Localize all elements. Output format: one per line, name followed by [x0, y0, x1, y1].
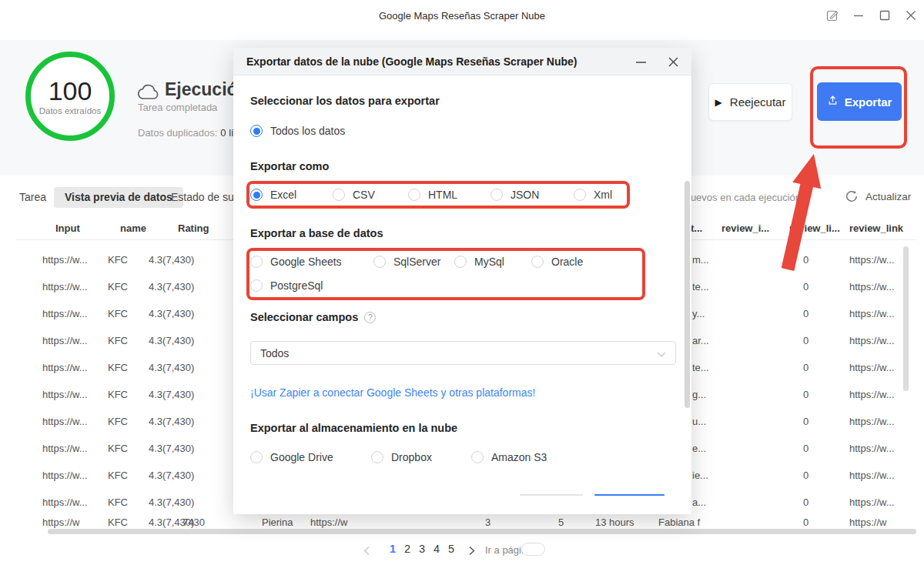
- confirm-button-clipped[interactable]: [594, 494, 665, 496]
- table-cell-reviewer: a...: [692, 489, 706, 516]
- table-row-clipped: https://wKFC4.3(7,430)7430Pierinahttps:/…: [0, 517, 924, 529]
- radio-cloud-amazon-s3[interactable]: Amazon S3: [471, 451, 547, 463]
- column-header: t...: [691, 222, 702, 234]
- radio-cloud-google-drive[interactable]: Google Drive: [250, 451, 333, 463]
- maximize-icon[interactable]: [878, 8, 892, 22]
- radio-icon[interactable]: [250, 256, 263, 268]
- next-page-icon[interactable]: [468, 545, 475, 559]
- table-cell: 13 hours: [595, 517, 634, 529]
- chevron-down-icon: [657, 347, 666, 359]
- radio-icon[interactable]: [490, 189, 503, 201]
- dialog-scrollbar[interactable]: [685, 181, 690, 408]
- goto-page-input[interactable]: [521, 543, 545, 556]
- zapier-link[interactable]: ¡Usar Zapier a conectar Google Sheets y …: [250, 386, 535, 399]
- radio-icon[interactable]: [373, 256, 386, 268]
- radio-icon[interactable]: [574, 189, 586, 201]
- table-cell-input: https://w...: [42, 273, 88, 300]
- radio-icon[interactable]: [250, 451, 263, 463]
- column-header: Input: [55, 222, 80, 234]
- table-cell: 7430: [182, 517, 205, 529]
- table-cell-input: https://w...: [42, 462, 88, 489]
- radio-selected-icon[interactable]: [250, 125, 263, 137]
- table-cell-name: KFC: [108, 462, 128, 489]
- tab-task[interactable]: Tarea: [19, 191, 46, 203]
- table-cell-reviewer: y...: [692, 300, 705, 327]
- horizontal-scrollbar[interactable]: [48, 529, 916, 534]
- table-cell-review_like: 0: [803, 327, 808, 354]
- table-cell-rating: 4.3(7,430): [149, 435, 194, 462]
- radio-icon[interactable]: [250, 279, 263, 292]
- table-cell-review_link: https://w...: [849, 462, 895, 489]
- table-cell-rating: 4.3(7,430): [149, 381, 194, 408]
- table-cell-name: KFC: [108, 246, 128, 273]
- export-button[interactable]: Exportar: [817, 82, 902, 121]
- table-cell-rating: 4.3(7,430): [149, 246, 194, 273]
- table-cell: 3: [485, 517, 490, 529]
- page-number-1[interactable]: 1: [387, 543, 399, 555]
- export-dialog: Exportar datos de la nube (Google Maps R…: [233, 48, 691, 514]
- table-cell-rating: 4.3(7,430): [149, 462, 194, 489]
- table-cell: 5: [558, 517, 564, 529]
- select-fields-heading: Seleccionar campos?: [250, 311, 376, 323]
- radio-db-google-sheets[interactable]: Google Sheets: [250, 256, 342, 268]
- rerun-button[interactable]: ▶ Reejecutar: [708, 83, 792, 121]
- tab-data-preview[interactable]: Vista previa de datos: [54, 187, 183, 208]
- radio-icon[interactable]: [454, 256, 467, 268]
- table-cell-reviewer: ie...: [692, 462, 708, 489]
- annotation-arrow: [758, 148, 835, 275]
- duplicates-line: Datos duplicados:0 lí: [138, 127, 234, 139]
- play-icon: ▶: [715, 97, 722, 108]
- edit-icon[interactable]: [825, 8, 839, 22]
- table-cell-input: https://w...: [42, 354, 88, 381]
- radio-format-html[interactable]: HTML: [408, 189, 457, 201]
- radio-icon[interactable]: [408, 189, 420, 201]
- table-cell-input: https://w...: [42, 408, 88, 435]
- vertical-scrollbar[interactable]: [903, 246, 909, 391]
- fields-select[interactable]: Todos: [250, 341, 676, 365]
- radio-icon[interactable]: [333, 189, 345, 201]
- table-cell-review_like: 0: [803, 435, 808, 462]
- page-number-2[interactable]: 2: [401, 543, 413, 555]
- radio-all-data[interactable]: Todos los datos: [250, 125, 345, 137]
- radio-icon[interactable]: [471, 451, 484, 463]
- radio-cloud-dropbox[interactable]: Dropbox: [371, 451, 432, 463]
- dialog-minimize-icon[interactable]: [633, 54, 648, 69]
- radio-label: Todos los datos: [270, 125, 345, 137]
- radio-format-csv[interactable]: CSV: [333, 189, 375, 201]
- table-cell-input: https://w...: [42, 246, 88, 273]
- minimize-icon[interactable]: [852, 8, 865, 22]
- radio-label: MySql: [474, 256, 504, 268]
- refresh-button[interactable]: Actualizar: [865, 191, 911, 202]
- table-cell-reviewer: ar...: [692, 327, 709, 354]
- tab-subtask-status[interactable]: Estado de subt: [171, 191, 243, 203]
- radio-icon[interactable]: [531, 256, 544, 268]
- radio-label: Google Drive: [270, 451, 333, 463]
- radio-format-json[interactable]: JSON: [490, 189, 539, 201]
- radio-format-excel[interactable]: Excel: [250, 189, 296, 201]
- radio-db-mysql[interactable]: MySql: [454, 256, 504, 268]
- radio-label: PostgreSql: [270, 279, 323, 292]
- table-cell-reviewer: e...: [692, 435, 706, 462]
- radio-selected-icon[interactable]: [250, 189, 263, 201]
- table-cell-review_like: 0: [803, 273, 808, 300]
- radio-db-sqlserver[interactable]: SqlServer: [373, 256, 440, 268]
- table-cell-review_link: https://w...: [849, 354, 895, 381]
- radio-db-postgresql[interactable]: PostgreSql: [250, 279, 323, 292]
- table-cell-review_like: 0: [803, 300, 808, 327]
- cancel-button-clipped[interactable]: [520, 494, 583, 496]
- radio-db-oracle[interactable]: Oracle: [531, 256, 583, 268]
- select-fields-label: Seleccionar campos: [250, 311, 358, 323]
- page-number-3[interactable]: 3: [416, 543, 428, 555]
- export-as-heading: Exportar como: [250, 160, 329, 172]
- page-number-5[interactable]: 5: [445, 543, 457, 555]
- export-db-heading: Exportar a base de datos: [250, 227, 383, 239]
- dialog-close-icon[interactable]: [665, 54, 681, 69]
- refresh-icon[interactable]: [845, 190, 858, 206]
- radio-icon[interactable]: [371, 451, 383, 463]
- table-cell: https://w: [42, 517, 79, 529]
- page-number-4[interactable]: 4: [430, 543, 443, 555]
- help-icon[interactable]: ?: [364, 312, 376, 323]
- radio-format-xml[interactable]: Xml: [574, 189, 612, 201]
- close-icon[interactable]: [904, 8, 918, 22]
- prev-page-icon[interactable]: [363, 545, 370, 559]
